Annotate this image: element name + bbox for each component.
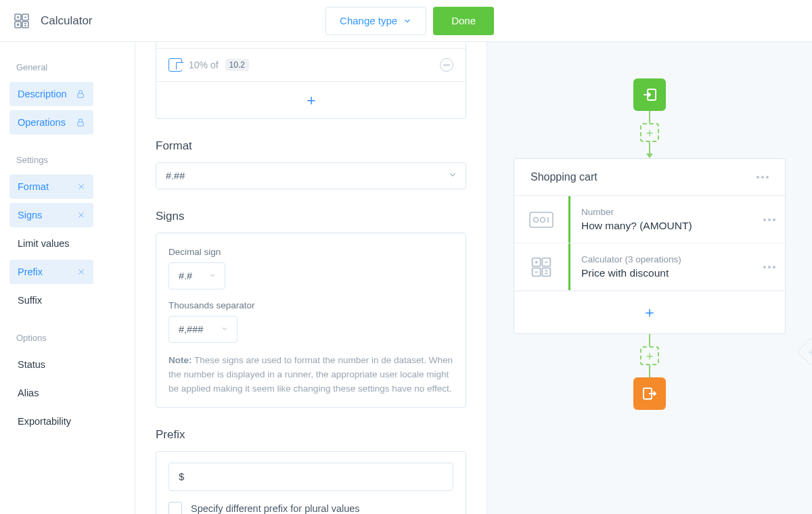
svg-rect-11 [78,93,83,97]
close-icon[interactable] [77,268,85,276]
svg-rect-3 [22,22,28,28]
sidebar-group-settings: Settings Format Signs Limit values Prefi… [9,152,125,312]
sidebar-group-general: General Description Operations [9,60,125,135]
calculator-icon [14,13,30,29]
note-label: Note: [168,355,192,365]
sidebar-group-options: Options Status Alias Exportability [9,330,125,434]
flow-add-slot[interactable]: ＋ [640,123,659,142]
chevron-down-icon [403,16,412,26]
editor-column: 10% of 10.2 ＋ Format #.## Signs Decimal … [135,42,487,514]
svg-point-21 [534,217,539,222]
arrow-down-icon [646,154,653,158]
topbar-actions: Change type Done [325,7,494,35]
lock-icon [76,89,85,99]
calculator-icon [531,256,552,278]
format-select[interactable]: #.## [156,162,466,189]
plural-prefix-row[interactable]: Specify different prefix for plural valu… [168,502,453,514]
main-layout: General Description Operations Settings … [0,42,812,514]
row-menu[interactable] [754,196,785,243]
sidebar-item-label: Alias [18,388,39,398]
flow-start-node[interactable] [633,78,666,111]
format-value: #.## [166,170,185,181]
operation-row[interactable]: 10% of 10.2 [156,49,466,82]
sidebar-item-label: Status [18,359,45,370]
sidebar-item-operations[interactable]: Operations [9,110,93,135]
signs-note: Note: These signs are used to format the… [168,354,453,396]
flow-connector [649,334,650,346]
sidebar-item-description[interactable]: Description [9,82,93,106]
topbar-left: Calculator [14,13,93,29]
flow-card-add-row[interactable]: ＋ [514,291,785,333]
sidebar-item-format[interactable]: Format [9,174,93,199]
sidebar-item-label: Limit values [18,238,70,249]
close-icon[interactable] [77,183,85,191]
decimal-sign-label: Decimal sign [168,247,453,257]
sidebar-item-signs[interactable]: Signs [9,203,93,227]
sidebar-item-alias[interactable]: Alias [9,381,125,405]
section-heading-prefix: Prefix [156,428,466,442]
thousands-separator-select[interactable]: #,### [168,316,238,343]
flow-card-row[interactable]: Number How many? (AMOUNT) [514,196,785,243]
done-label: Done [451,15,476,26]
sidebar-item-label: Description [18,89,67,99]
close-icon[interactable] [77,211,85,219]
more-icon[interactable] [757,176,769,179]
chevron-down-icon [208,271,217,281]
exit-icon [641,386,658,402]
row-title: How many? (AMOUNT) [581,220,744,232]
more-icon [763,266,775,268]
page-title: Calculator [41,14,93,28]
row-body: Calculator (3 operations) Price with dis… [570,243,754,290]
flow-end-node[interactable] [633,377,666,410]
plus-icon: ＋ [642,305,657,320]
sidebar-item-label: Format [18,181,49,192]
row-icon [514,243,568,290]
decimal-sign-select[interactable]: #.# [168,262,225,289]
add-operation-row[interactable]: ＋ [156,82,466,118]
sidebar-item-label: Prefix [18,266,43,277]
thousands-separator-value: #,### [179,324,203,335]
branch-add-slot[interactable]: ＋ [796,336,812,367]
operations-panel: 10% of 10.2 ＋ [156,42,466,119]
value-chip: 10.2 [225,59,249,71]
sidebar-item-prefix[interactable]: Prefix [9,260,93,284]
svg-point-22 [541,217,545,222]
done-button[interactable]: Done [433,7,494,35]
sidebar-group-label: Settings [9,152,125,174]
svg-rect-27 [542,268,550,276]
row-icon [514,196,568,243]
checkbox[interactable] [168,502,182,514]
variable-icon [168,58,182,72]
flow-canvas[interactable]: ＋ Shopping cart Number How many? (AMOUNT… [487,42,812,514]
plural-prefix-label: Specify different prefix for plural valu… [191,503,360,514]
sidebar-item-label: Exportability [18,416,71,427]
sidebar-item-label: Operations [18,117,66,128]
sidebar-item-label: Suffix [18,295,42,306]
prefix-input[interactable] [168,463,453,491]
sidebar-item-status[interactable]: Status [9,352,125,377]
section-heading-format: Format [156,139,466,153]
row-menu[interactable] [754,243,785,290]
row-type-label: Number [581,207,744,217]
svg-rect-12 [78,122,83,126]
flow-card[interactable]: Shopping cart Number How many? (AMOUNT) [514,158,786,334]
flow-card-row[interactable]: Calculator (3 operations) Price with dis… [514,243,785,291]
decimal-sign-value: #.# [179,271,192,281]
sidebar-group-label: General [9,60,125,82]
note-text: These signs are used to format the numbe… [168,355,453,394]
flow-connector [649,142,650,154]
flow-connector [649,365,650,377]
sidebar-item-limit-values[interactable]: Limit values [9,231,125,256]
chevron-down-icon [448,170,457,182]
change-type-label: Change type [340,15,397,26]
remove-icon[interactable] [440,58,453,72]
flow-card-header: Shopping cart [514,159,785,196]
sidebar-item-exportability[interactable]: Exportability [9,409,125,434]
operation-text: 10% of [189,60,219,70]
sidebar-item-suffix[interactable]: Suffix [9,288,125,312]
row-title: Price with discount [581,267,744,279]
flow-add-slot[interactable]: ＋ [640,346,659,365]
change-type-button[interactable]: Change type [325,7,426,35]
sidebar-group-label: Options [9,330,125,352]
operation-row[interactable] [156,42,466,49]
